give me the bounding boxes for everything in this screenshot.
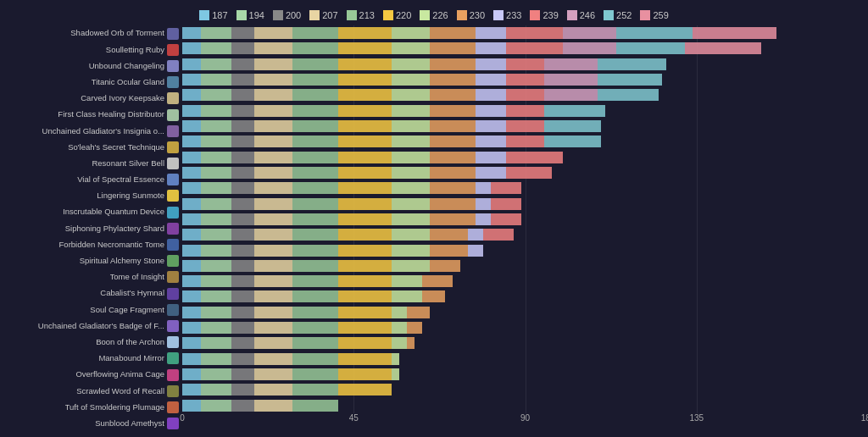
- bar-segment: [292, 290, 338, 302]
- row-icon: [167, 44, 179, 56]
- bar-segment: [182, 213, 201, 225]
- bar-segment: [182, 89, 201, 101]
- row-label-text: Soul Cage Fragment: [90, 305, 164, 315]
- row-label-text: Soulletting Ruby: [106, 45, 164, 55]
- bar-segment: [338, 384, 392, 396]
- bar-segment: [430, 27, 476, 39]
- row-label-22: Scrawled Word of Recall: [0, 384, 179, 399]
- row-label-19: Boon of the Archon: [0, 335, 179, 350]
- bar-segment: [182, 167, 201, 179]
- bar-segment: [182, 400, 201, 412]
- legend-item-233: 233: [493, 10, 521, 20]
- bar-segment: [392, 58, 430, 70]
- bar-segment: [468, 229, 483, 241]
- bar-segment: [338, 368, 392, 380]
- bar-segment: [231, 245, 254, 257]
- row-icon: [167, 60, 179, 72]
- legend-color: [236, 10, 247, 20]
- bar-segment: [392, 198, 430, 210]
- table-row: [182, 305, 868, 320]
- bar-segment: [476, 213, 491, 225]
- bar-segment: [182, 120, 201, 132]
- bar-segment: [201, 290, 231, 302]
- legend-label: 226: [432, 10, 448, 20]
- row-label-text: Tuft of Smoldering Plumage: [65, 402, 164, 412]
- bar-segment: [201, 400, 231, 412]
- legend-item-220: 220: [383, 10, 411, 20]
- bar-segment: [430, 105, 476, 117]
- bar-segment: [483, 229, 514, 241]
- row-label-13: Forbidden Necromantic Tome: [0, 237, 179, 252]
- row-icon: [167, 174, 179, 185]
- row-label-12: Siphoning Phylactery Shard: [0, 221, 179, 236]
- bar-segment: [476, 89, 506, 101]
- bar-segment: [201, 167, 231, 179]
- table-row: [182, 87, 868, 102]
- row-label-text: Spiritual Alchemy Stone: [80, 256, 164, 266]
- bar-segment: [201, 384, 231, 396]
- bar-segment: [506, 74, 544, 86]
- bar-segment: [392, 89, 430, 101]
- bar-segment: [292, 105, 338, 117]
- bar-segment: [392, 182, 430, 194]
- bar-segment: [598, 74, 662, 86]
- table-row: [182, 150, 868, 165]
- bar-segment: [231, 89, 254, 101]
- row-label-text: Unbound Changeling: [89, 61, 164, 71]
- bar-segment: [338, 74, 392, 86]
- bar-segment: [491, 182, 521, 194]
- bar-segment: [292, 368, 338, 380]
- bar-segment: [201, 307, 231, 318]
- legend-item-213: 213: [347, 10, 375, 20]
- bar-segment: [254, 229, 292, 241]
- bar-segment: [201, 198, 231, 210]
- row-label-text: First Class Healing Distributor: [58, 109, 164, 119]
- bar-segment: [201, 260, 231, 272]
- row-icon: [167, 336, 179, 348]
- bar-segment: [392, 229, 430, 241]
- legend-label: 207: [322, 10, 337, 20]
- row-label-text: Unchained Gladiator's Badge of F...: [38, 321, 164, 331]
- row-label-21: Overflowing Anima Cage: [0, 368, 179, 383]
- bar-segment: [430, 120, 476, 132]
- bar-segment: [430, 152, 476, 163]
- bar-segment: [254, 368, 292, 380]
- bar-segment: [231, 322, 254, 334]
- bar-segment: [430, 245, 468, 257]
- bar-segment: [231, 337, 254, 349]
- bar-segment: [476, 105, 506, 117]
- bar-segment: [231, 198, 254, 210]
- row-label-text: Shadowed Orb of Torment: [70, 28, 164, 38]
- row-label-10: Lingering Sunmote: [0, 188, 179, 203]
- row-label-16: Cabalist's Hymnal: [0, 286, 179, 301]
- bar-segment: [201, 152, 231, 163]
- bar-segment: [254, 290, 292, 302]
- row-label-text: So'leah's Secret Technique: [68, 142, 164, 152]
- bar-segment: [254, 198, 292, 210]
- bar-segment: [392, 290, 422, 302]
- bar-segment: [392, 322, 407, 334]
- row-label-2: Unbound Changeling: [0, 58, 179, 74]
- bar-segment: [616, 42, 685, 54]
- bar-segment: [422, 275, 453, 287]
- row-label-8: Resonant Silver Bell: [0, 156, 179, 171]
- bar-segment: [292, 322, 338, 334]
- bar-segment: [430, 42, 476, 54]
- row-icon: [167, 92, 179, 104]
- table-row: [182, 382, 868, 397]
- bar-segment: [338, 120, 392, 132]
- bar-segment: [182, 136, 201, 147]
- legend-item-230: 230: [457, 10, 485, 20]
- bar-segment: [182, 198, 201, 210]
- legend-label: 187: [212, 10, 227, 20]
- row-label-text: Carved Ivory Keepsake: [81, 93, 164, 103]
- bar-segment: [292, 245, 338, 257]
- row-label-17: Soul Cage Fragment: [0, 302, 179, 318]
- bar-segment: [407, 322, 422, 334]
- bar-segment: [506, 152, 563, 163]
- bar-segment: [392, 368, 399, 380]
- bar-segment: [392, 152, 430, 163]
- bar-segment: [182, 260, 201, 272]
- bar-segment: [476, 74, 506, 86]
- legend-item-239: 239: [530, 10, 558, 20]
